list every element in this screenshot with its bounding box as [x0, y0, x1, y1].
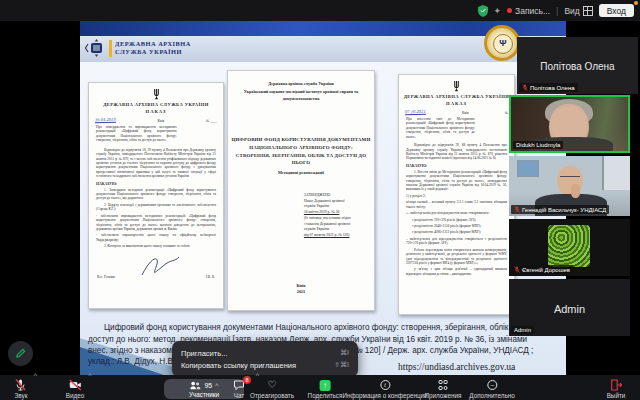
meeting-info-button[interactable]: i Информация о конференции: [342, 379, 427, 399]
sparkle-icon: ✦: [494, 6, 502, 16]
apps-icon: [438, 379, 448, 391]
publication-city: Київ: [228, 283, 374, 290]
doc-order-heading: НАКАЗУЮ:: [406, 164, 507, 168]
view-menu[interactable]: Вид: [564, 6, 592, 16]
muted-mic-icon: [514, 206, 520, 213]
react-button[interactable]: ♡ Отреагировать: [250, 379, 294, 399]
doc-paragraph: Відповідно до підпунктів 39, 88 пункту 4…: [406, 143, 507, 161]
meeting-toolbar: ^ Звук ^ Видео 95 ^ Участники: [0, 375, 640, 400]
muted-mic-icon: ^: [15, 379, 27, 391]
participant-tile[interactable]: Геннадій Васильчук- УНДІАСД: [509, 156, 630, 216]
doc-subject: Про затвердження та впровадження методич…: [96, 125, 177, 143]
annotate-button[interactable]: [8, 341, 33, 366]
participant-tile[interactable]: Admin Admin: [509, 279, 630, 336]
leave-icon: [610, 379, 623, 391]
shortcut-hint: ⌘I: [340, 349, 349, 357]
info-icon: i: [380, 379, 390, 391]
menu-item-copy-invite-link[interactable]: Копировать ссылку приглашения ⇧⌘I: [172, 361, 358, 370]
chat-button[interactable]: 8 ^ Чат: [233, 379, 245, 399]
system-menubar: ✦ Запись... | Вид Вход: [0, 0, 640, 21]
doc-city: Київ: [462, 111, 469, 115]
share-screen-button[interactable]: ↑ Поделиться: [308, 379, 343, 399]
pencil-icon: [15, 348, 26, 359]
trident-emblem-icon: [152, 89, 161, 100]
chevron-up-icon[interactable]: ^: [88, 372, 91, 379]
doc-item: з роздільністю 2048×1556 pixels (формат …: [406, 224, 507, 228]
archive-service-logo-icon: [84, 38, 106, 62]
invite-popup-menu: Пригласить... ⌘I Копировать ссылку пригл…: [172, 341, 358, 377]
menu-item-invite[interactable]: Пригласить... ⌘I: [172, 349, 358, 358]
more-ellipsis-icon: ···: [487, 379, 497, 391]
signature-position: В.о. Голови: [97, 275, 115, 279]
website-url: https://undiasd.archives.gov.ua: [398, 362, 515, 372]
org-name: ДЕРЖАВНА АРХІВНА СЛУЖБА УКРАЇНИ: [115, 40, 191, 56]
encryption-shield-icon: [478, 5, 488, 17]
recording-indicator[interactable]: Запись...: [507, 6, 550, 16]
chevron-up-icon[interactable]: ^: [215, 382, 218, 389]
doc-item: 2. Відділу взаємодії з державними органа…: [96, 203, 216, 212]
login-button[interactable]: Вход: [599, 4, 634, 17]
title-org-line: Український науково-дослідний інститут а…: [238, 89, 364, 102]
record-dot-icon: [507, 8, 512, 13]
doc-paragraph: Відповідно до підпунктів 18, 29 пункту 4…: [96, 148, 216, 179]
gold-accent-bar: [109, 40, 112, 57]
doc-item: - забезпечити впровадження методичних ре…: [96, 214, 216, 232]
doc-subject: Про внесення змін до Методичних рекоменд…: [406, 117, 475, 139]
trident-emblem-icon: [452, 81, 461, 92]
title-org-line: Державна архівна служба України: [228, 81, 374, 87]
participant-name-label: Didukh Liudmyla: [513, 141, 563, 149]
muted-camera-icon: ^: [69, 379, 82, 391]
doc-item: у зв'язку з цим абзаци дев'ятий – одинад…: [406, 267, 507, 276]
doc-item: з роздільністю 4096×3112 pixels (формат …: [406, 230, 507, 234]
doc-order-heading: НАКАЗУЮ:: [96, 182, 216, 186]
doc-number: №: [505, 111, 508, 115]
chevron-up-icon[interactable]: ^: [256, 372, 259, 379]
doc-item: абзаци сьомий – восьмий пункту 2.2.1 гла…: [406, 200, 507, 209]
participants-icon: [189, 380, 201, 391]
leave-meeting-button[interactable]: Выйти: [607, 379, 626, 399]
doc-item: 1. Затвердити методичні рекомендації «Ци…: [96, 188, 216, 201]
publication-year: 2021: [228, 289, 374, 296]
doc-main-title: СТВОРЕННЯ, ЗБЕРІГАННЯ, ОБЛІК ТА ДОСТУП Д…: [228, 152, 374, 168]
camera-active-dot: [634, 1, 638, 5]
muted-mic-icon: [522, 84, 528, 91]
participant-name-label: Євгеній Дорошев: [511, 265, 573, 274]
participants-button[interactable]: 95 ^ Участники: [164, 379, 244, 399]
participant-display-name: Політова Олена: [517, 61, 638, 72]
menubar-divider: |: [556, 6, 558, 16]
muted-mic-icon: [514, 266, 520, 273]
doc-main-title: НАЦІОНАЛЬНОГО АРХІВНОГО ФОНДУ:: [228, 144, 374, 152]
heart-icon: ♡: [268, 379, 277, 391]
handwritten-date: 16.04.2019: [95, 117, 116, 124]
doc-title: НАКАЗ: [91, 109, 221, 114]
video-button[interactable]: ^ Видео: [66, 379, 84, 399]
chat-icon: 8 ^: [233, 379, 245, 391]
participant-tile[interactable]: Політова Олена Політова Олена: [517, 37, 638, 94]
participant-display-name: Admin: [509, 303, 630, 315]
view-label: Вид: [564, 6, 579, 16]
doc-item: «– майстер-копія для кінодокументів може…: [406, 211, 507, 215]
chevron-up-icon[interactable]: ^: [34, 372, 37, 379]
audio-button[interactable]: ^ Звук: [15, 379, 28, 399]
recording-label: Запись...: [515, 6, 550, 16]
participant-name-label: Політова Олена: [519, 83, 578, 92]
more-button[interactable]: ··· Дополнительно: [469, 379, 514, 399]
doc-item: Робоча переглядова копія створюється шля…: [406, 248, 507, 266]
document-page-title: Державна архівна служба України Українсь…: [227, 70, 375, 311]
participant-tile[interactable]: Євгеній Дорошев: [509, 219, 630, 276]
doc-item: 1. Внести зміни до Методичних рекомендац…: [406, 170, 507, 192]
doc-org-heading: ДЕРЖАВНА АРХІВНА СЛУЖБА УКРАЇНИ: [401, 94, 512, 99]
approval-block: ЗАТВЕРДЖЕНО Наказ Державної архівної слу…: [304, 193, 351, 239]
doc-item: - забезпечити оприлюднення цього наказу …: [96, 233, 216, 242]
handwritten-signature: [139, 255, 181, 279]
document-page-order-2021: ДЕРЖАВНА АРХІВНА СЛУЖБА УКРАЇНИ НАКАЗ 07…: [398, 74, 515, 315]
participant-tile-active-speaker[interactable]: Didukh Liudmyla: [509, 95, 630, 153]
signature-initials: І.В. Б.: [206, 275, 215, 279]
grid-view-icon: [583, 6, 593, 16]
share-screen-icon: ↑: [320, 379, 331, 391]
official-seal-icon: Ψ: [484, 25, 520, 61]
doc-subtitle: Методичні рекомендації: [228, 170, 374, 175]
apps-button[interactable]: Приложения: [425, 379, 462, 399]
shortcut-hint: ⇧⌘I: [334, 361, 349, 369]
doc-org-heading: ДЕРЖАВНА АРХІВНА СЛУЖБА УКРАЇНИ: [91, 102, 221, 107]
